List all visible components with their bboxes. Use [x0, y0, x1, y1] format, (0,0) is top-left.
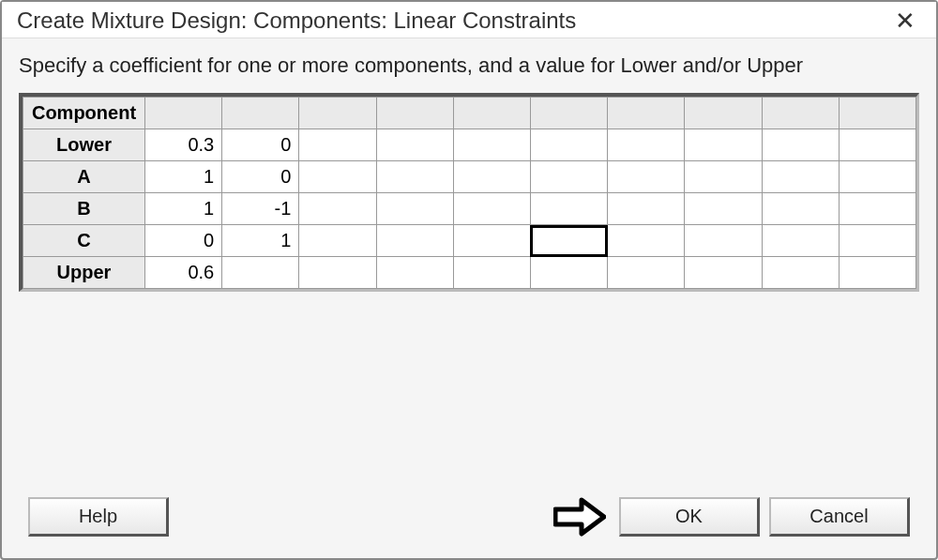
column-header-blank [839, 98, 915, 129]
table-cell[interactable] [608, 257, 685, 289]
table-cell[interactable] [685, 161, 762, 193]
table-cell[interactable] [762, 193, 839, 225]
table-cell[interactable] [453, 161, 530, 193]
table-cell[interactable] [299, 193, 376, 225]
row-label: C [23, 225, 145, 257]
table-cell[interactable]: 0.6 [145, 257, 222, 289]
table-cell[interactable] [530, 129, 607, 161]
table-cell[interactable] [453, 225, 530, 257]
table-row: Lower0.30 [23, 129, 916, 161]
table-cell[interactable] [530, 161, 607, 193]
table-cell[interactable] [530, 193, 607, 225]
row-label: B [23, 193, 145, 225]
table-row: C01 [23, 225, 916, 257]
help-button[interactable]: Help [28, 497, 169, 537]
column-header-blank [145, 98, 222, 129]
table-cell[interactable] [839, 161, 915, 193]
ok-button-label: OK [675, 506, 703, 527]
table-cell[interactable] [685, 257, 762, 289]
row-label: Lower [23, 129, 145, 161]
column-header-blank [762, 98, 839, 129]
titlebar: Create Mixture Design: Components: Linea… [2, 2, 936, 38]
instruction-text: Specify a coefficient for one or more co… [19, 53, 919, 78]
help-button-label: Help [79, 506, 117, 527]
row-label: A [23, 161, 145, 193]
dialog-window: Create Mixture Design: Components: Linea… [0, 0, 938, 560]
arrow-annotation-icon [553, 496, 606, 537]
constraints-table[interactable]: Component Lower0.30A10B1-1C01Upper0.6 [23, 97, 916, 289]
table-cell[interactable] [839, 225, 915, 257]
table-cell[interactable] [376, 161, 453, 193]
table-cell[interactable]: 1 [222, 225, 299, 257]
column-header-blank [222, 98, 299, 129]
table-cell[interactable]: 0.3 [145, 129, 222, 161]
table-cell[interactable] [299, 161, 376, 193]
table-cell[interactable] [685, 193, 762, 225]
constraints-table-wrap: Component Lower0.30A10B1-1C01Upper0.6 [19, 93, 919, 292]
table-row: A10 [23, 161, 916, 193]
table-cell[interactable] [608, 129, 685, 161]
column-header-blank [453, 98, 530, 129]
cancel-button-label: Cancel [809, 506, 868, 527]
table-cell[interactable] [530, 257, 607, 289]
cancel-button[interactable]: Cancel [769, 497, 910, 537]
dialog-title: Create Mixture Design: Components: Linea… [17, 8, 576, 34]
column-header-blank [685, 98, 762, 129]
table-cell[interactable]: 1 [145, 193, 222, 225]
table-cell[interactable] [762, 161, 839, 193]
table-cell[interactable] [299, 129, 376, 161]
table-header-row: Component [23, 98, 916, 129]
table-row: B1-1 [23, 193, 916, 225]
table-cell[interactable] [685, 129, 762, 161]
table-cell[interactable] [839, 257, 915, 289]
table-cell[interactable] [453, 257, 530, 289]
table-row: Upper0.6 [23, 257, 916, 289]
table-cell[interactable]: 0 [222, 129, 299, 161]
table-cell[interactable] [376, 257, 453, 289]
close-icon[interactable]: ✕ [889, 8, 921, 33]
table-cell[interactable]: 0 [145, 225, 222, 257]
table-cell[interactable]: 1 [145, 161, 222, 193]
table-cell[interactable] [839, 129, 915, 161]
column-header-blank [376, 98, 453, 129]
column-header-component: Component [23, 98, 145, 129]
column-header-blank [608, 98, 685, 129]
table-cell[interactable] [685, 225, 762, 257]
table-cell[interactable] [299, 257, 376, 289]
table-cell[interactable]: -1 [222, 193, 299, 225]
table-cell[interactable] [376, 129, 453, 161]
table-cell[interactable] [453, 193, 530, 225]
table-cell[interactable] [608, 193, 685, 225]
table-cell[interactable] [453, 129, 530, 161]
table-cell[interactable] [530, 225, 607, 257]
dialog-content: Specify a coefficient for one or more co… [2, 38, 936, 477]
table-cell[interactable] [839, 193, 915, 225]
table-cell[interactable] [376, 225, 453, 257]
table-cell[interactable] [608, 225, 685, 257]
table-cell[interactable] [608, 161, 685, 193]
table-cell[interactable] [762, 225, 839, 257]
column-header-blank [530, 98, 607, 129]
column-header-blank [299, 98, 376, 129]
table-cell[interactable] [376, 193, 453, 225]
table-cell[interactable]: 0 [222, 161, 299, 193]
table-cell[interactable] [762, 129, 839, 161]
table-cell[interactable] [299, 225, 376, 257]
row-label: Upper [23, 257, 145, 289]
ok-button[interactable]: OK [619, 497, 760, 537]
table-cell[interactable] [222, 257, 299, 289]
button-row: Help OK Cancel [2, 477, 936, 558]
table-cell[interactable] [762, 257, 839, 289]
